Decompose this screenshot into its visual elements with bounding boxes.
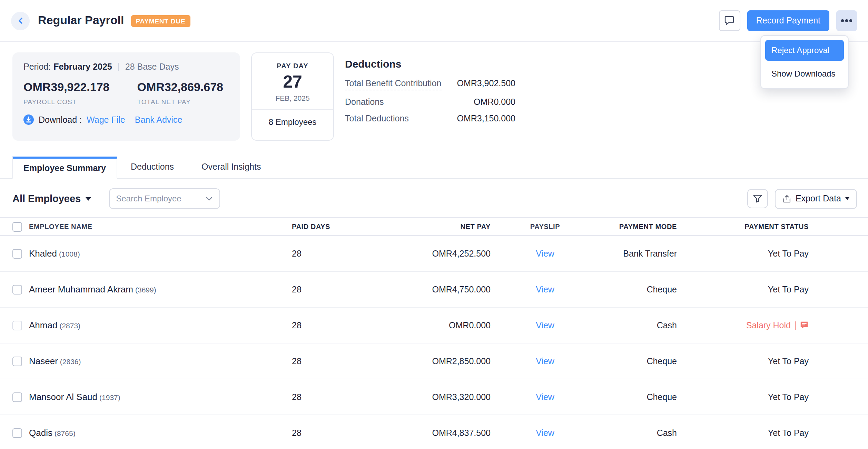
employee-name: Ameer Muhammad Akram [29,284,133,295]
more-options-menu: Reject Approval Show Downloads [760,35,849,89]
record-payment-button[interactable]: Record Payment [747,10,829,31]
net-pay: OMR2,850.000 [333,356,491,366]
employee-filter-dropdown[interactable]: All Employees [12,193,91,204]
deduction-label: Donations [345,97,384,107]
caret-down-icon [86,197,91,200]
back-button[interactable] [11,11,30,30]
period-value: February 2025 [53,62,112,72]
row-checkbox[interactable] [12,428,22,438]
payment-mode: Cheque [600,392,677,402]
employee-search-box [109,188,220,209]
employee-name: Khaled [29,248,57,259]
employee-filter-label: All Employees [12,193,81,204]
deductions-title: Deductions [345,58,515,70]
table-row[interactable]: Mansoor Al Saud(1937) 28 OMR3,320.000 Vi… [0,379,868,415]
tab-deductions[interactable]: Deductions [117,156,188,178]
download-row: Download : Wage File Bank Advice [23,114,229,125]
payroll-summary-card: Period: February 2025 28 Base Days OMR39… [12,52,240,141]
pay-day-card: PAY DAY 27 FEB, 2025 8 Employees [251,52,334,141]
view-payslip-link[interactable]: View [536,356,554,366]
payment-mode: Cash [600,428,677,438]
table-row[interactable]: Ameer Muhammad Akram(3699) 28 OMR4,750.0… [0,272,868,308]
payment-due-badge: PAYMENT DUE [131,15,190,27]
deduction-value: OMR3,150.000 [457,114,515,123]
employee-id: (2836) [60,357,81,366]
table-toolbar: All Employees Export Data [0,179,868,217]
tab-employee-summary[interactable]: Employee Summary [12,157,117,179]
select-all-cell [0,222,29,231]
select-all-checkbox[interactable] [12,222,22,231]
view-payslip-link[interactable]: View [536,320,554,330]
pay-day-label: PAY DAY [252,62,333,70]
employee-name: Ahmad [29,320,57,330]
total-net-pay-value: OMR32,869.678 [137,81,224,94]
ellipsis-icon [841,20,844,22]
tab-bar: Employee Summary Deductions Overall Insi… [0,156,868,179]
table-header-row: EMPLOYEE NAME PAID DAYS NET PAY PAYSLIP … [0,217,868,236]
tab-overall-insights[interactable]: Overall Insights [188,156,275,178]
deduction-row: Total Deductions OMR3,150.000 [345,114,515,123]
paid-days: 28 [292,392,333,402]
filter-button[interactable] [747,189,768,208]
deduction-value: OMR0.000 [474,97,515,107]
deductions-panel: Deductions Total Benefit Contribution OM… [345,52,515,130]
base-days: 28 Base Days [125,62,179,72]
caret-down-icon [845,197,849,200]
payment-mode: Cash [600,320,677,330]
row-checkbox[interactable] [12,249,22,258]
employee-count: 8 Employees [252,117,333,127]
export-icon [782,194,791,203]
payroll-cost: OMR39,922.178 PAYROLL COST [23,81,110,106]
deduction-row: Total Benefit Contribution OMR3,902.500 [345,79,515,90]
bank-advice-link[interactable]: Bank Advice [135,115,183,124]
menu-item-show-downloads[interactable]: Show Downloads [765,63,844,84]
more-options-button[interactable] [836,10,857,31]
employee-table: EMPLOYEE NAME PAID DAYS NET PAY PAYSLIP … [0,217,868,449]
payment-mode: Cheque [600,285,677,294]
pay-day-date: FEB, 2025 [252,94,333,102]
table-row[interactable]: Naseer(2836) 28 OMR2,850.000 View Cheque… [0,343,868,379]
row-checkbox[interactable] [12,285,22,294]
col-payslip: PAYSLIP [491,223,600,230]
table-row[interactable]: Qadis(8765) 28 OMR4,837.500 View Cash Ye… [0,415,868,449]
payment-status: Yet To Pay [677,356,809,366]
payroll-cost-value: OMR39,922.178 [23,81,110,94]
filter-funnel-icon [753,194,762,203]
paid-days: 28 [292,285,333,294]
col-payment-status: PAYMENT STATUS [677,223,809,230]
export-data-button[interactable]: Export Data [775,189,857,209]
deduction-label[interactable]: Total Benefit Contribution [345,79,441,90]
table-row[interactable]: Khaled(1008) 28 OMR4,252.500 View Bank T… [0,236,868,272]
paid-days: 28 [292,249,333,258]
wage-file-link[interactable]: Wage File [87,115,125,124]
row-checkbox[interactable] [12,356,22,366]
pay-day-number: 27 [252,72,333,92]
employee-name: Qadis [29,428,52,438]
paid-days: 28 [292,356,333,366]
comments-button[interactable] [719,10,740,31]
employee-id: (1008) [59,250,80,258]
deduction-value: OMR3,902.500 [457,79,515,88]
col-net-pay: NET PAY [333,223,491,230]
payment-mode: Bank Transfer [600,249,677,258]
view-payslip-link[interactable]: View [536,249,554,258]
search-employee-input[interactable] [116,194,205,203]
menu-item-reject-approval[interactable]: Reject Approval [765,40,844,61]
salary-hold-comment-icon[interactable] [800,321,809,330]
employee-name: Mansoor Al Saud [29,392,97,402]
view-payslip-link[interactable]: View [536,428,554,438]
chevron-down-icon[interactable] [205,194,213,203]
row-checkbox[interactable] [12,392,22,402]
period-label: Period: [23,62,51,72]
col-payment-mode: PAYMENT MODE [600,223,677,230]
row-checkbox[interactable] [12,320,22,330]
view-payslip-link[interactable]: View [536,285,554,294]
payment-status-salary-hold[interactable]: Salary Hold [677,320,809,330]
col-employee-name: EMPLOYEE NAME [29,223,292,230]
table-row[interactable]: Ahmad(2873) 28 OMR0.000 View Cash Salary… [0,308,868,343]
employee-id: (3699) [135,286,156,294]
amounts: OMR39,922.178 PAYROLL COST OMR32,869.678… [23,81,229,106]
page-header: Regular Payroll PAYMENT DUE Record Payme… [0,0,868,42]
payment-status: Yet To Pay [677,428,809,438]
view-payslip-link[interactable]: View [536,392,554,402]
